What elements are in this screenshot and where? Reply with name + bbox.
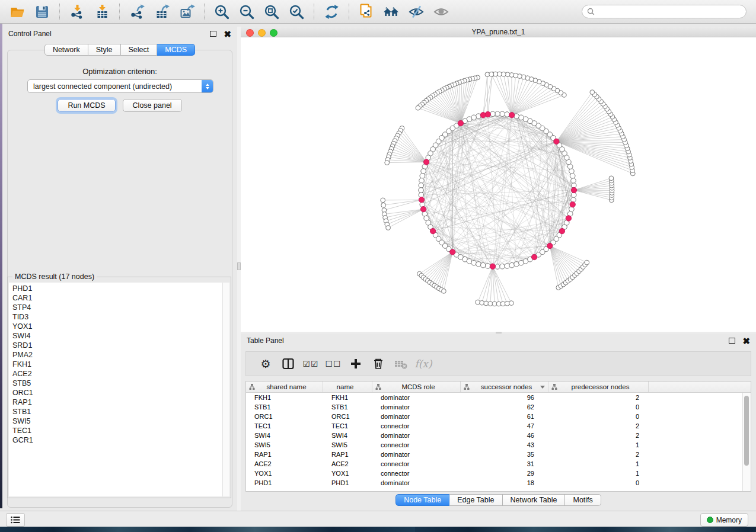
deselect-all-icon[interactable]: ☐☐	[322, 355, 344, 373]
add-icon[interactable]	[344, 355, 367, 373]
open-file-icon[interactable]	[8, 3, 26, 21]
mcds-result-item[interactable]: FKH1	[12, 360, 223, 369]
new-network-from-selection-icon[interactable]	[358, 3, 375, 21]
table-cell: 61	[461, 413, 548, 420]
tab-style[interactable]: Style	[88, 44, 121, 56]
table-cell: YOX1	[246, 470, 323, 477]
mcds-result-item[interactable]: CAR1	[12, 293, 223, 303]
select-stepper-icon	[202, 80, 213, 92]
close-panel-icon[interactable]: ✖	[742, 336, 750, 345]
hide-selected-eye-icon[interactable]	[407, 3, 425, 21]
table-row[interactable]: YOX1YOX1connector291	[246, 469, 751, 478]
mcds-result-item[interactable]: STP4	[12, 303, 223, 312]
mcds-result-item[interactable]: STB1	[12, 407, 223, 416]
table-row[interactable]: RAP1RAP1dominator352	[246, 450, 751, 459]
mcds-result-item[interactable]: TID3	[12, 312, 223, 322]
table-cell: 2	[548, 394, 649, 401]
tab-node-table[interactable]: Node Table	[395, 494, 449, 506]
float-window-icon[interactable]	[729, 338, 735, 344]
mcds-result-item[interactable]: TEC1	[12, 426, 223, 435]
network-window-titlebar[interactable]: YPA_prune.txt_1	[241, 27, 756, 37]
export-network-icon[interactable]	[128, 3, 146, 21]
column-header-predecessor-nodes[interactable]: predecessor nodes	[548, 382, 649, 392]
mcds-result-list[interactable]: PHD1CAR1STP4TID3YOX1SWI4SRD1PMA2FKH1ACE2…	[9, 283, 223, 496]
table-cell: ACE2	[246, 460, 323, 467]
table-cell: connector	[372, 441, 461, 448]
tab-network[interactable]: Network	[44, 44, 88, 56]
memory-button[interactable]: Memory	[700, 513, 748, 527]
close-panel-icon[interactable]: ✖	[224, 30, 231, 39]
column-header-shared-name[interactable]: shared name	[246, 382, 323, 392]
table-row[interactable]: ACE2ACE2connector311	[246, 459, 751, 469]
mcds-result-item[interactable]: RAP1	[12, 398, 223, 407]
table-settings-gear-icon[interactable]: ⚙	[254, 355, 277, 373]
task-history-button[interactable]	[6, 513, 25, 527]
mcds-result-item[interactable]: ACE2	[12, 369, 223, 379]
network-graph[interactable]	[241, 37, 756, 332]
mcds-result-item[interactable]: GCR1	[12, 435, 223, 445]
show-columns-icon[interactable]	[277, 355, 299, 373]
table-cell: SWI4	[246, 432, 323, 439]
table-cell: PHD1	[323, 479, 372, 486]
mcds-result-item[interactable]: SWI4	[12, 331, 223, 341]
table-row[interactable]: ORC1ORC1dominator610	[246, 412, 751, 421]
table-row[interactable]: PHD1PHD1dominator180	[246, 478, 751, 488]
table-row[interactable]: SWI4SWI4dominator462	[246, 431, 751, 440]
first-neighbors-icon[interactable]	[382, 3, 400, 21]
main-toolbar	[0, 0, 756, 24]
tab-mcds[interactable]: MCDS	[157, 44, 195, 56]
search-input[interactable]	[598, 6, 746, 18]
table-row[interactable]: STB1STB1dominator620	[246, 402, 751, 412]
column-header-mcds-role[interactable]: MCDS role	[372, 382, 461, 392]
zoom-in-icon[interactable]	[213, 3, 231, 21]
zoom-selected-icon[interactable]	[288, 3, 305, 21]
table-cell: YOX1	[323, 470, 372, 477]
table-cell: TEC1	[246, 422, 323, 430]
mcds-result-item[interactable]: PMA2	[12, 350, 223, 360]
table-row[interactable]: FKH1FKH1dominator962	[246, 393, 751, 402]
mcds-result-item[interactable]: PHD1	[12, 284, 223, 293]
save-session-icon[interactable]	[33, 3, 51, 21]
tab-select[interactable]: Select	[121, 44, 158, 56]
delete-trash-icon[interactable]	[367, 355, 390, 373]
mcds-result-item[interactable]: YOX1	[12, 322, 223, 331]
table-cell: 0	[548, 479, 649, 486]
run-mcds-button[interactable]: Run MCDS	[58, 99, 115, 112]
control-panel-tabs: Network Style Select MCDS	[2, 44, 237, 56]
tab-motifs[interactable]: Motifs	[565, 494, 601, 506]
close-panel-button[interactable]: Close panel	[123, 99, 182, 112]
optimization-criterion-select[interactable]: largest connected component (undirected)	[27, 79, 213, 93]
table-cell: connector	[372, 460, 461, 467]
export-table-icon[interactable]	[153, 3, 171, 21]
mcds-result-item[interactable]: STB5	[12, 379, 223, 388]
table-scrollbar[interactable]	[742, 393, 751, 491]
column-header-successor-nodes[interactable]: successor nodes	[461, 382, 548, 392]
column-header-name[interactable]: name	[323, 382, 372, 392]
network-window: YPA_prune.txt_1	[241, 27, 756, 332]
select-all-icon[interactable]: ☑☑	[299, 355, 322, 373]
tab-edge-table[interactable]: Edge Table	[449, 494, 502, 506]
table-scrollbar-thumb[interactable]	[744, 396, 749, 466]
network-canvas[interactable]	[241, 37, 756, 332]
float-window-icon[interactable]	[210, 31, 216, 37]
mcds-result-title: MCDS result (17 nodes)	[12, 273, 97, 281]
table-row[interactable]: SWI5SWI5connector431	[246, 440, 751, 450]
mcds-result-item[interactable]: ORC1	[12, 388, 223, 398]
mcds-result-item[interactable]: SWI5	[12, 416, 223, 426]
zoom-fit-icon[interactable]	[263, 3, 280, 21]
import-table-icon[interactable]	[93, 3, 111, 21]
mcds-result-item[interactable]: SRD1	[12, 341, 223, 350]
import-network-icon[interactable]	[68, 3, 86, 21]
show-all-eye-icon[interactable]	[432, 3, 450, 21]
mcds-list-scrollbar[interactable]	[222, 283, 229, 496]
refresh-icon[interactable]	[323, 3, 340, 21]
column-type-icon	[464, 384, 470, 390]
table-cell: FKH1	[323, 394, 372, 401]
zoom-out-icon[interactable]	[238, 3, 256, 21]
table-row[interactable]: TEC1TEC1connector472	[246, 421, 751, 431]
search-box[interactable]	[582, 5, 747, 18]
tab-network-table[interactable]: Network Table	[503, 494, 566, 506]
status-bar: Memory	[0, 511, 756, 527]
table-cell: 43	[461, 441, 548, 448]
export-image-icon[interactable]	[178, 3, 196, 21]
